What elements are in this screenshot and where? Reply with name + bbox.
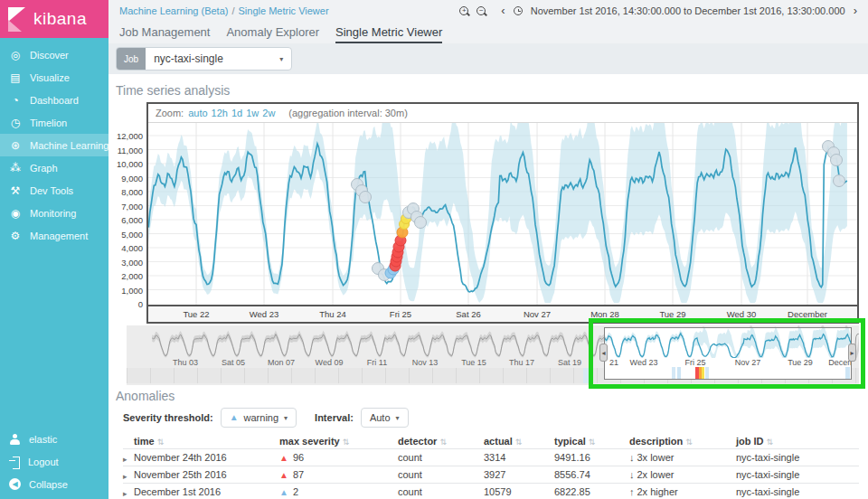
navigator[interactable]: Thu 03Sat 05Mon 07Wed 09Fri 11Nov 13Tue … [127,325,859,385]
discover-icon: ◎ [9,49,22,61]
table-row[interactable]: ▸December 1st 2016▲2count105796822.85↑2x… [123,483,859,499]
time-back-icon[interactable]: ‹ [501,6,505,15]
sidebar-item-graph[interactable]: ⁂Graph [0,156,108,179]
column-header-time[interactable]: time⇅ [123,436,279,447]
breadcrumb-machine-learning[interactable]: Machine Learning (Beta) [119,5,228,16]
job-selector[interactable]: Job nyc-taxi-single ▾ [116,47,292,71]
sidebar-item-label: Graph [30,163,58,174]
sidebar-item-label: elastic [29,434,57,445]
tab-anomaly-explorer[interactable]: Anomaly Explorer [226,22,319,43]
tab-job-management[interactable]: Job Management [119,22,210,43]
sidebar-item-discover[interactable]: ◎Discover [0,43,108,66]
zoom-link-auto[interactable]: auto [188,108,207,118]
sidebar-item-logout[interactable]: Logout [0,450,108,473]
cell-description: ↑2x higher [629,486,736,497]
job-selector-label: Job [117,48,146,70]
selection-left-handle-icon[interactable]: ◂ [599,344,608,362]
column-header-max-severity[interactable]: max severity⇅ [279,436,398,447]
cell-typical: 9491.16 [554,452,629,463]
sidebar-item-label: Dev Tools [30,185,73,196]
zoom-in-icon[interactable]: + [459,6,468,15]
cell-detector: count [398,486,484,497]
kibana-logo[interactable]: kibana [0,0,108,38]
column-header-typical[interactable]: typical⇅ [554,436,629,447]
zoom-label: Zoom: [156,108,184,118]
chart-box: Zoom: auto12h1d1w2w (aggregation interva… [146,102,859,324]
y-tick-label: 5,000 [112,230,143,240]
time-forward-icon[interactable]: › [854,6,857,15]
selection-right-handle-icon[interactable]: ▸ [848,344,856,362]
expand-row-icon[interactable]: ▸ [123,472,127,481]
navigator-tick-label: Wed 09 [307,358,352,367]
sidebar-item-label: Management [30,231,88,241]
cell-max-severity: ▲2 [279,486,398,497]
zoom-link-1d[interactable]: 1d [231,108,242,118]
time-range[interactable]: November 1st 2016, 14:30:00.000 to Decem… [531,5,845,16]
y-tick-label: 1,000 [112,286,143,296]
navigator-tick-label: Fri 11 [354,358,400,367]
zoom-out-icon[interactable]: − [476,6,486,15]
timelion-icon: ◷ [9,117,22,129]
logout-icon [9,457,20,467]
table-header-row: time⇅max severity⇅detector⇅actual⇅typica… [123,433,859,448]
zoom-link-1w[interactable]: 1w [246,108,259,118]
sidebar-item-label: Logout [28,457,59,467]
sidebar-item-monitoring[interactable]: ◉Monitoring [0,202,108,224]
chart-zoom-controls: Zoom: auto12h1d1w2w (aggregation interva… [148,104,857,123]
cell-job-id: nyc-taxi-single [736,452,859,463]
zoom-link-2w[interactable]: 2w [262,108,275,118]
selection-chart-svg [605,328,851,358]
sidebar-item-visualize[interactable]: ▤Visualize [0,66,108,89]
kibana-logo-text: kibana [33,9,87,29]
navigator-tick-label: Thu 17 [499,358,544,367]
sidebar-item-dev-tools[interactable]: ⚒Dev Tools [0,179,108,202]
navigator-tick-label: Thu 03 [163,358,208,367]
cell-actual: 10579 [484,486,554,497]
y-tick-label: 12,000 [112,131,143,141]
tab-single-metric-viewer[interactable]: Single Metric Viewer [335,22,442,43]
column-header-description[interactable]: description⇅ [629,436,736,447]
column-header-job-id[interactable]: job ID⇅ [736,436,859,447]
sidebar-item-dashboard[interactable]: ◔Dashboard [0,89,108,111]
x-tick-label: Tue 22 [169,309,223,319]
sidebar-item-machine-learning[interactable]: ⊛Machine Learning [0,134,108,156]
sort-icon: ⇅ [685,438,693,447]
table-row[interactable]: ▸November 24th 2016▲96count33149491.16↓3… [123,448,859,466]
chevron-down-icon: ▾ [279,48,291,70]
sidebar: kibana ◎Discover▤Visualize◔Dashboard◷Tim… [0,0,108,499]
table-row[interactable]: ▸November 25th 2016▲87count39278556.74↓2… [123,466,859,483]
sort-icon: ⇅ [439,438,447,447]
selection-axis-labels: 21Wed 23Fri 25Nov 27Tue 29December [605,358,851,367]
sidebar-item-label: Machine Learning [30,140,108,151]
interval-dropdown[interactable]: Auto ▾ [361,408,409,428]
breadcrumb-single-metric-viewer[interactable]: Single Metric Viewer [239,5,329,16]
column-header-detector[interactable]: detector⇅ [398,436,484,447]
main-chart-svg[interactable] [148,123,857,305]
sidebar-item-user-elastic[interactable]: elastic [0,428,108,450]
sidebar-nav: ◎Discover▤Visualize◔Dashboard◷Timelion⊛M… [0,43,108,247]
x-tick-label: Thu 24 [306,309,360,319]
expand-row-icon[interactable]: ▸ [123,455,127,464]
sidebar-item-management[interactable]: ⚙Management [0,224,108,247]
x-tick-label: Nov 27 [510,309,564,319]
sidebar-item-timelion[interactable]: ◷Timelion [0,111,108,134]
zoom-link-12h[interactable]: 12h [212,108,228,118]
severity-threshold-dropdown[interactable]: ▲ warning ▾ [221,408,297,428]
anomaly-swimlane-bar [705,367,709,379]
timeseries-title: Time series analysis [116,83,230,98]
expand-row-icon[interactable]: ▸ [123,489,127,498]
sidebar-item-label: Visualize [30,72,70,83]
y-tick-label: 11,000 [112,146,143,155]
zoom-links: auto12h1d1w2w [188,108,278,118]
navigator-selection[interactable]: 21Wed 23Fri 25Nov 27Tue 29December ◂ ▸ [604,327,852,380]
sidebar-item-label: Collapse [29,479,68,490]
column-header-actual[interactable]: actual⇅ [484,436,554,447]
visualize-icon: ▤ [9,71,22,84]
anomalies-table: time⇅max severity⇅detector⇅actual⇅typica… [123,433,859,499]
sidebar-item-collapse[interactable]: ◀Collapse [0,473,108,495]
navigator-tick-label: Tue 15 [451,358,496,367]
severity-threshold-value: warning [244,412,279,423]
aggregation-interval-label: (aggregation interval: 30m) [288,108,407,118]
direction-arrow-icon: ↓ [629,469,635,480]
anomaly-swimlane-bar [845,367,850,379]
